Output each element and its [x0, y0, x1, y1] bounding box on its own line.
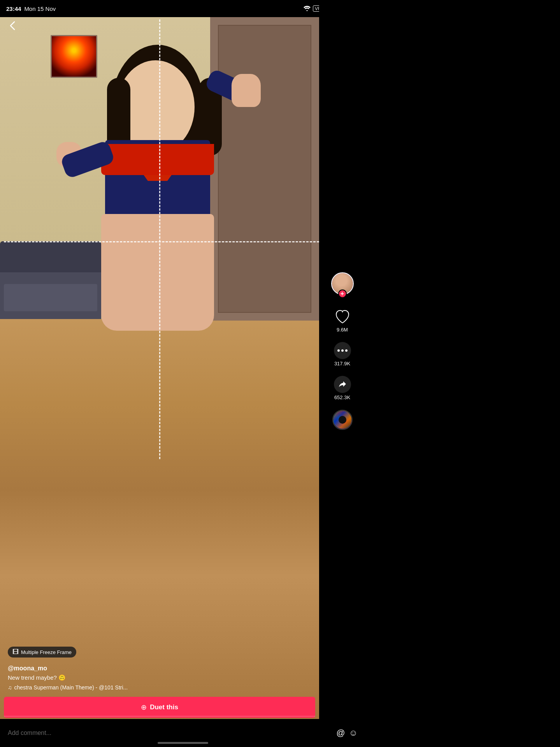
legs — [101, 214, 214, 331]
music-disc[interactable] — [332, 410, 353, 430]
comments-count: 317.9K — [334, 361, 350, 366]
disc-center — [339, 416, 346, 424]
comments-button[interactable]: 317.9K — [334, 342, 351, 366]
dot1 — [337, 349, 340, 352]
crosshair-vertical — [159, 19, 160, 459]
creator-avatar[interactable]: + — [331, 272, 354, 295]
shares-count: 652.3K — [334, 395, 350, 400]
wifi-icon — [304, 6, 311, 11]
music-note-icon: ♫ — [8, 684, 12, 691]
status-date: Mon 15 Nov — [24, 5, 56, 12]
duet-button[interactable]: ⊕ Duet this — [4, 697, 315, 718]
like-button[interactable]: 9.6M — [334, 308, 351, 333]
username: @moona_mo — [8, 665, 304, 672]
video-progress[interactable] — [4, 716, 315, 717]
status-bar: 23:44 Mon 15 Nov VPN 41% — [0, 0, 365, 17]
red-skirt — [101, 144, 214, 175]
emoji-icon[interactable]: ☺ — [349, 728, 358, 738]
music-line: ♫ chestra Superman (Main Theme) - @101 S… — [8, 684, 304, 691]
status-time: 23:44 — [6, 5, 21, 12]
home-indicator — [158, 742, 208, 744]
duet-button-label: Duet this — [150, 703, 178, 711]
comments-icon — [334, 342, 351, 359]
video-player[interactable]: 🎞 Multiple Freeze Frame @moona_mo New tr… — [0, 0, 319, 747]
comment-placeholder[interactable]: Add comment... — [8, 729, 332, 736]
at-icon[interactable]: @ — [336, 728, 345, 738]
caption-area: @moona_mo New trend maybe? 🙃 ♫ chestra S… — [8, 665, 304, 691]
share-icon — [334, 376, 351, 393]
likes-count: 9.6M — [337, 327, 348, 333]
person-figure — [54, 39, 261, 389]
back-button[interactable] — [4, 17, 21, 34]
dot3 — [345, 349, 348, 352]
right-sidebar: + 9.6M 317.9K 652.3K — [319, 0, 365, 747]
right-hand — [232, 74, 261, 107]
follow-button[interactable]: + — [338, 289, 347, 298]
freeze-label: Multiple Freeze Frame — [21, 649, 72, 655]
caption-text: New trend maybe? 🙃 — [8, 674, 304, 681]
heart-icon — [334, 308, 351, 325]
freeze-badge: 🎞 Multiple Freeze Frame — [8, 647, 76, 658]
duet-icon: ⊕ — [141, 703, 147, 712]
freeze-icon: 🎞 — [12, 649, 19, 656]
music-text: chestra Superman (Main Theme) - @101 Str… — [14, 684, 128, 691]
crosshair-horizontal — [4, 241, 319, 242]
dot2 — [341, 349, 344, 352]
share-button[interactable]: 652.3K — [334, 376, 351, 400]
share-arrow-icon — [338, 380, 347, 389]
